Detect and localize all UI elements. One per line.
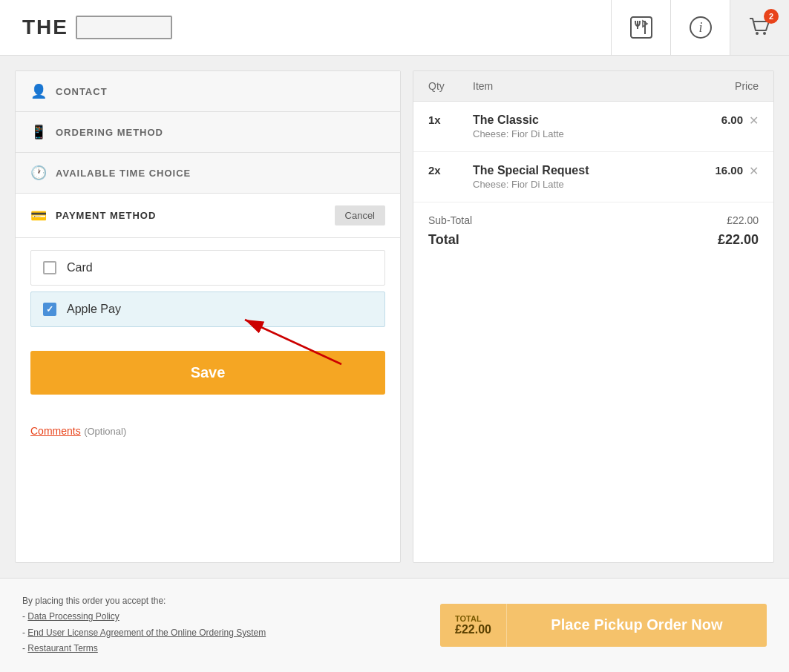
left-panel: 👤 CONTACT 📱 ORDERING METHOD 🕐 AVAILABLE … — [15, 70, 401, 563]
svg-point-5 — [756, 32, 759, 35]
total-label: Total — [428, 232, 459, 248]
header-icons: i 2 — [611, 0, 789, 55]
svg-point-6 — [763, 32, 766, 35]
comments-link[interactable]: Comments — [30, 425, 81, 437]
place-order-label: Place Pickup Order Now — [507, 606, 767, 644]
payment-method-section: 💳 PAYMENT METHOD Cancel — [16, 194, 400, 238]
info-icon-button[interactable]: i — [670, 0, 730, 55]
ordering-icon: 📱 — [30, 124, 47, 140]
comments-optional: (Optional) — [84, 426, 126, 437]
comments-section: Comments (Optional) — [16, 409, 400, 452]
item-column-header: Item — [473, 80, 684, 92]
svg-rect-0 — [631, 17, 652, 38]
footer: By placing this order you accept the: - … — [0, 578, 789, 672]
cancel-button[interactable]: Cancel — [335, 205, 385, 225]
card-option[interactable]: Card — [30, 250, 385, 286]
contact-label: CONTACT — [56, 86, 385, 97]
item-1-details: The Classic Cheese: Fior Di Latte — [473, 113, 684, 148]
subtotal-label: Sub-Total — [428, 214, 472, 226]
card-checkbox[interactable] — [43, 261, 56, 274]
item-2-details: The Special Request Cheese: Fior Di Latt… — [473, 164, 684, 199]
total-row: Total £22.00 — [428, 232, 759, 248]
ordering-method-label: ORDERING METHOD — [56, 127, 385, 138]
table-row: 1x The Classic Cheese: Fior Di Latte 6.0… — [413, 102, 773, 152]
order-totals: Sub-Total £22.00 Total £22.00 — [413, 202, 773, 260]
cart-icon-button[interactable]: 2 — [730, 0, 789, 55]
item-1-name: The Classic — [473, 113, 684, 127]
restaurant-terms-link[interactable]: Restaurant Terms — [27, 643, 97, 653]
logo-text: THE — [22, 16, 68, 39]
item-2-qty: 2x — [428, 164, 473, 177]
place-order-button[interactable]: TOTAL £22.00 Place Pickup Order Now — [440, 604, 767, 647]
payment-method-label: PAYMENT METHOD — [56, 210, 326, 221]
payment-icon: 💳 — [30, 208, 47, 224]
header: THE i 2 — [0, 0, 789, 56]
logo-area: THE — [0, 16, 611, 39]
logo-bar — [76, 16, 172, 39]
footer-legal-text: By placing this order you accept the: - … — [22, 593, 425, 657]
item-1-price: 6.00 — [721, 113, 743, 126]
remove-item-2-button[interactable]: ✕ — [749, 164, 759, 178]
contact-icon: 👤 — [30, 83, 47, 99]
svg-text:i: i — [698, 20, 702, 35]
qty-column-header: Qty — [428, 80, 473, 92]
price-column-header: Price — [684, 80, 759, 92]
eula-link[interactable]: End User License Agreement of the Online… — [27, 627, 266, 638]
legal-intro: By placing this order you accept the: — [22, 596, 166, 606]
item-1-price-col: 6.00 ✕ — [684, 113, 759, 128]
menu-icon — [628, 14, 655, 41]
remove-item-1-button[interactable]: ✕ — [749, 113, 759, 128]
order-header: Qty Item Price — [413, 71, 773, 102]
item-2-price-col: 16.00 ✕ — [684, 164, 759, 178]
save-button[interactable]: Save — [30, 351, 385, 395]
info-icon: i — [687, 14, 714, 41]
ordering-method-section: 📱 ORDERING METHOD — [16, 112, 400, 153]
footer-total-label: TOTAL — [455, 614, 482, 623]
item-1-qty: 1x — [428, 113, 473, 126]
footer-total-area: TOTAL £22.00 — [440, 604, 507, 647]
menu-icon-button[interactable] — [611, 0, 670, 55]
item-2-price: 16.00 — [715, 164, 743, 177]
subtotal-row: Sub-Total £22.00 — [428, 214, 759, 226]
time-icon: 🕐 — [30, 165, 47, 181]
main-content: 👤 CONTACT 📱 ORDERING METHOD 🕐 AVAILABLE … — [0, 56, 789, 578]
total-value: £22.00 — [718, 232, 759, 248]
item-2-desc: Cheese: Fior Di Latte — [473, 179, 684, 199]
apple-pay-checkbox[interactable] — [43, 303, 56, 316]
subtotal-value: £22.00 — [727, 214, 759, 226]
available-time-section: 🕐 AVAILABLE TIME CHOICE — [16, 153, 400, 194]
contact-section: 👤 CONTACT — [16, 71, 400, 112]
apple-pay-label: Apple Pay — [67, 303, 121, 316]
card-label: Card — [67, 261, 93, 274]
table-row: 2x The Special Request Cheese: Fior Di L… — [413, 152, 773, 202]
right-panel: Qty Item Price 1x The Classic Cheese: Fi… — [413, 70, 774, 563]
footer-total-value: £22.00 — [455, 623, 491, 636]
cart-badge: 2 — [764, 9, 779, 24]
available-time-label: AVAILABLE TIME CHOICE — [56, 168, 385, 179]
payment-options: Card Apple Pay — [16, 238, 400, 345]
data-processing-link[interactable]: Data Processing Policy — [27, 611, 119, 622]
item-1-desc: Cheese: Fior Di Latte — [473, 128, 684, 148]
item-2-name: The Special Request — [473, 164, 684, 177]
apple-pay-option[interactable]: Apple Pay — [30, 291, 385, 327]
